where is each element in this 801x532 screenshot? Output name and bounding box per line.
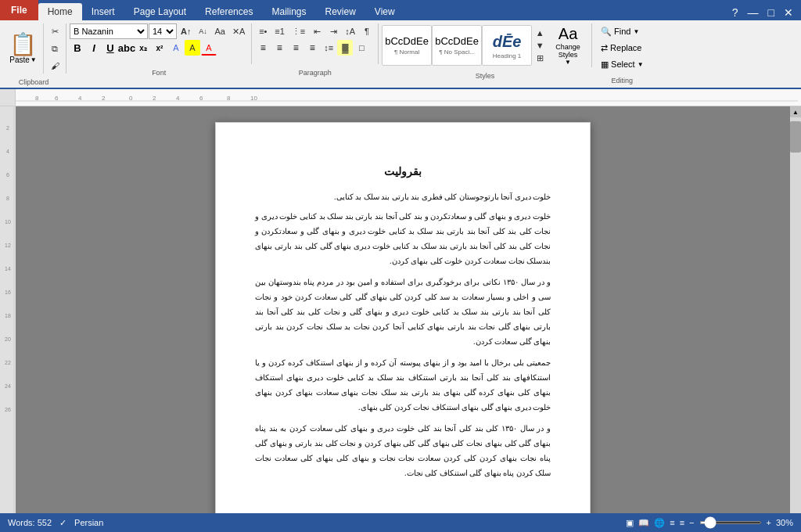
replace-button[interactable]: ⇄ Replace	[595, 40, 649, 56]
justify-button[interactable]: ≡	[304, 40, 320, 56]
multilevel-button[interactable]: ⋮≡	[289, 23, 308, 39]
paragraph-group: ≡• ≡1 ⋮≡ ⇤ ⇥ ↕A ¶ ≡ ≡ ≡ ≡ ↕≡ ▓ □ Paragra…	[252, 23, 379, 64]
styles-expand[interactable]: ⊞	[532, 52, 548, 65]
italic-button[interactable]: I	[86, 40, 102, 56]
paste-dropdown-icon[interactable]: ▼	[31, 56, 37, 63]
borders-button[interactable]: □	[354, 40, 369, 56]
vertical-scrollbar[interactable]: ▲ ▼	[790, 106, 801, 532]
view-mode-reading[interactable]: 📖	[638, 518, 649, 528]
change-case-button[interactable]: Aa	[211, 23, 228, 39]
paste-button[interactable]: 📋 Paste ▼	[5, 32, 41, 66]
font-name-select[interactable]: B Nazanin	[70, 23, 148, 39]
help-icon[interactable]: ?	[729, 5, 742, 20]
editing-label: Editing	[592, 77, 652, 84]
find-dropdown[interactable]: ▼	[633, 28, 639, 35]
language[interactable]: Persian	[74, 518, 103, 527]
font-color-button[interactable]: A	[201, 40, 217, 56]
find-icon: 🔍	[601, 27, 612, 37]
align-right-button[interactable]: ≡	[288, 40, 304, 56]
superscript-button[interactable]: x²	[152, 40, 167, 56]
svg-text:16: 16	[5, 289, 11, 295]
select-icon: ▦	[601, 59, 609, 70]
bullets-button[interactable]: ≡•	[255, 23, 271, 39]
underline-button[interactable]: U	[102, 40, 118, 56]
scrollbar-thumb[interactable]	[790, 121, 801, 153]
copy-button[interactable]: ⧉	[47, 41, 63, 56]
styles-scroll-down[interactable]: ▼	[532, 39, 548, 52]
tab-home[interactable]: Home	[38, 3, 82, 20]
view-mode-draft[interactable]: ≡	[680, 518, 684, 527]
scrollbar-up-button[interactable]: ▲	[790, 106, 801, 117]
align-left-button[interactable]: ≡	[255, 40, 271, 56]
decrease-indent-button[interactable]: ⇤	[309, 23, 325, 39]
style-normal[interactable]: bCcDdEe ¶ Normal	[382, 25, 432, 66]
select-button[interactable]: ▦ Select ▼	[595, 56, 649, 72]
font-grow-button[interactable]: A↑	[178, 23, 194, 39]
increase-indent-button[interactable]: ⇥	[325, 23, 341, 39]
text-highlight-button[interactable]: A	[185, 40, 200, 56]
numbering-button[interactable]: ≡1	[271, 23, 288, 39]
change-styles-dropdown[interactable]: ▼	[565, 59, 571, 66]
change-styles-button[interactable]: Aa ChangeStyles ▼	[548, 23, 588, 67]
paste-label: Paste	[9, 56, 30, 64]
cut-button[interactable]: ✂	[47, 23, 63, 39]
subscript-button[interactable]: x₂	[135, 40, 151, 56]
select-dropdown[interactable]: ▼	[638, 61, 644, 68]
vertical-ruler: 2 4 6 8 10 12 14 16 18 20 22 24 26	[0, 106, 16, 532]
scrollbar-track[interactable]	[790, 117, 801, 529]
clipboard-label: Clipboard	[2, 78, 66, 86]
svg-text:18: 18	[5, 313, 11, 318]
sort-button[interactable]: ↕A	[342, 23, 358, 39]
svg-text:26: 26	[5, 407, 11, 412]
tab-file[interactable]: File	[0, 0, 38, 20]
normal-style-preview: bCcDdEe	[385, 35, 429, 48]
normal-style-label: ¶ Normal	[394, 49, 419, 56]
ribbon: 📋 Paste ▼ ✂ ⧉ 🖌 Clipboard B Nazanin 14 A…	[0, 20, 801, 89]
format-painter-button[interactable]: 🖌	[47, 58, 63, 74]
document[interactable]: بقرولیت خلوت دیری آنجا بارتوجوستان کلی ف…	[215, 122, 591, 532]
v-ruler-svg: 2 4 6 8 10 12 14 16 18 20 22 24 26	[0, 106, 16, 532]
view-mode-web[interactable]: 🌐	[654, 518, 665, 528]
horizontal-ruler: 8 6 4 2 0 2 4 6 8 10	[16, 89, 801, 106]
word-count: Words: 552	[8, 518, 52, 527]
tab-view[interactable]: View	[365, 3, 404, 20]
replace-icon: ⇄	[601, 43, 608, 53]
zoom-slider[interactable]	[699, 521, 762, 524]
zoom-in-button[interactable]: +	[767, 518, 771, 527]
shading-button[interactable]: ▓	[337, 40, 353, 56]
svg-text:2: 2	[6, 125, 9, 131]
zoom-out-button[interactable]: −	[689, 518, 694, 527]
minimize-icon[interactable]: —	[745, 5, 762, 20]
svg-text:6: 6	[55, 95, 59, 102]
view-mode-print[interactable]: ▣	[626, 518, 634, 528]
style-no-spacing[interactable]: bCcDdEe ¶ No Spaci...	[432, 25, 482, 66]
line-spacing-button[interactable]: ↕≡	[321, 40, 336, 56]
align-center-button[interactable]: ≡	[271, 40, 287, 56]
styles-scroll-up[interactable]: ▲	[532, 27, 548, 39]
strikethrough-button[interactable]: abc	[119, 40, 135, 56]
document-title: بقرولیت	[255, 162, 551, 182]
find-button[interactable]: 🔍 Find ▼	[595, 23, 649, 39]
clear-formatting-button[interactable]: ✕A	[229, 23, 248, 39]
style-heading1[interactable]: dĒe Heading 1	[482, 25, 532, 66]
svg-text:24: 24	[5, 383, 11, 389]
font-size-select[interactable]: 14	[149, 23, 177, 39]
font-shrink-button[interactable]: A↓	[195, 23, 210, 39]
tab-references[interactable]: References	[196, 3, 262, 20]
svg-text:2: 2	[153, 95, 156, 102]
restore-icon[interactable]: □	[765, 5, 778, 20]
tab-review[interactable]: Review	[315, 3, 365, 20]
tab-page-layout[interactable]: Page Layout	[124, 3, 196, 20]
text-effects-button[interactable]: A	[168, 40, 184, 56]
bold-button[interactable]: B	[70, 40, 85, 56]
styles-label: Styles	[379, 72, 591, 80]
tab-mailings[interactable]: Mailings	[262, 3, 315, 20]
svg-text:6: 6	[199, 95, 203, 102]
spell-check-icon[interactable]: ✓	[59, 518, 66, 528]
show-marks-button[interactable]: ¶	[359, 23, 375, 39]
change-styles-label: ChangeStyles	[555, 43, 580, 59]
tab-insert[interactable]: Insert	[82, 3, 124, 20]
view-mode-outline[interactable]: ≡	[670, 518, 674, 527]
close-icon[interactable]: ✕	[781, 5, 796, 20]
svg-text:8: 8	[6, 196, 9, 201]
